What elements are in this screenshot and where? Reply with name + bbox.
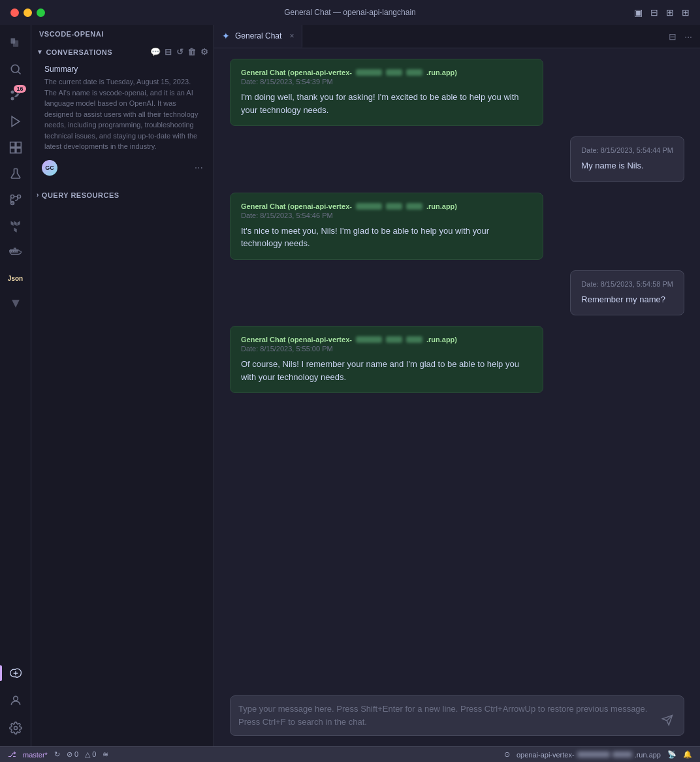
query-resources-section[interactable]: › QUERY RESOURCES: [31, 187, 214, 203]
activity-explorer[interactable]: [4, 31, 27, 55]
chat-input[interactable]: [238, 703, 654, 729]
redacted-8: [386, 336, 402, 343]
input-container: [230, 695, 684, 736]
source-control-badge: 16: [14, 85, 25, 93]
ai-message-3: General Chat (openai-api-vertex- .run.ap…: [230, 326, 543, 393]
chat-area[interactable]: General Chat (openai-api-vertex- .run.ap…: [214, 48, 700, 688]
user-date-1: Date: 8/15/2023, 5:54:44 PM: [581, 146, 673, 154]
status-redacted-1: [577, 752, 610, 757]
user-text-1: My name is Nils.: [581, 159, 673, 172]
input-area: [214, 688, 700, 746]
redacted-1: [356, 69, 382, 76]
window-title: General Chat — openai-api-langchain: [284, 8, 415, 17]
ai-text-3: Of course, Nils! I remember your name an…: [241, 358, 532, 383]
svg-rect-13: [16, 251, 18, 253]
ai-date-3: Date: 8/15/2023, 5:55:00 PM: [241, 345, 532, 353]
status-errors: ⊘ 0: [67, 750, 78, 759]
tab-openai-icon: ✦: [222, 31, 230, 41]
redacted-4: [356, 203, 382, 210]
redacted-5: [386, 203, 402, 210]
add-conversation-icon[interactable]: 💬: [150, 47, 161, 57]
activity-json[interactable]: Json: [4, 266, 27, 290]
close-button[interactable]: [10, 8, 19, 17]
status-redacted-2: [612, 752, 632, 757]
user-message-1: Date: 8/15/2023, 5:54:44 PM My name is N…: [570, 136, 684, 182]
activity-openai[interactable]: [4, 661, 27, 685]
activity-bottom: [4, 660, 27, 741]
tab-label: General Chat: [235, 31, 281, 40]
status-bell-icon[interactable]: 🔔: [683, 750, 692, 759]
tab-bar: ✦ General Chat × ⊟ ···: [214, 25, 700, 48]
status-broadcast-icon[interactable]: 📡: [667, 750, 676, 759]
send-button[interactable]: [659, 712, 676, 729]
svg-rect-5: [10, 142, 15, 148]
activity-docker[interactable]: [4, 240, 27, 264]
app-body: 16 Json: [0, 25, 700, 746]
refresh-icon[interactable]: ↺: [176, 47, 184, 57]
user-message-2: Date: 8/15/2023, 5:54:58 PM Remember my …: [570, 270, 684, 316]
activity-bar: 16 Json: [0, 25, 31, 746]
status-endpoint: openai-api-vertex- .run.app: [517, 751, 661, 759]
activity-settings[interactable]: [4, 716, 27, 740]
svg-line-3: [18, 72, 20, 74]
status-left: ⎇ master* ↻ ⊘ 0 △ 0 ≋: [8, 750, 108, 759]
maximize-button[interactable]: [37, 8, 45, 17]
delete-icon[interactable]: 🗑: [187, 47, 197, 57]
redacted-9: [406, 336, 422, 343]
redacted-6: [406, 203, 422, 210]
conversations-chevron: ▼: [37, 48, 43, 56]
status-bar: ⎇ master* ↻ ⊘ 0 △ 0 ≋ ⊙ openai-api-verte…: [0, 746, 700, 762]
status-right: ⊙ openai-api-vertex- .run.app 📡 🔔: [504, 750, 692, 759]
activity-flask[interactable]: [4, 162, 27, 185]
more-actions-icon[interactable]: ···: [684, 31, 692, 42]
activity-azure[interactable]: [4, 293, 27, 316]
ai-date-1: Date: 8/15/2023, 5:54:39 PM: [241, 78, 532, 86]
summary-title: Summary: [42, 65, 203, 74]
columns-icon[interactable]: ⊞: [666, 7, 674, 18]
svg-rect-6: [16, 142, 21, 148]
main-content: ✦ General Chat × ⊟ ··· General Chat (ope…: [214, 25, 700, 746]
ai-sender-3: General Chat (openai-api-vertex- .run.ap…: [241, 336, 532, 343]
svg-point-14: [13, 696, 18, 701]
split-editor-icon[interactable]: ⊟: [669, 31, 676, 42]
svg-rect-10: [12, 251, 14, 253]
tab-close-button[interactable]: ×: [289, 31, 294, 40]
svg-rect-8: [10, 148, 15, 153]
status-misc-icon: ≋: [103, 750, 108, 759]
sidebar: VSCODE-OPENAI ▼ CONVERSATIONS 💬 ⊟ ↺ 🗑 ⚙ …: [31, 25, 214, 746]
settings-icon[interactable]: ⚙: [200, 47, 209, 57]
svg-rect-7: [16, 148, 21, 153]
activity-run[interactable]: [4, 110, 27, 133]
ai-sender-1: General Chat (openai-api-vertex- .run.ap…: [241, 69, 532, 76]
ai-text-2: It's nice to meet you, Nils! I'm glad to…: [241, 225, 532, 250]
minimize-button[interactable]: [24, 8, 32, 17]
query-resources-chevron: ›: [37, 191, 39, 198]
svg-point-15: [14, 727, 17, 730]
redacted-3: [406, 69, 422, 76]
ai-date-2: Date: 8/15/2023, 5:54:46 PM: [241, 212, 532, 219]
summary-text: The current date is Tuesday, August 15, …: [42, 76, 203, 152]
status-git-icon[interactable]: ⎇: [8, 750, 16, 759]
layout-icon[interactable]: ▣: [634, 7, 643, 18]
grid-icon[interactable]: ⊞: [682, 7, 690, 18]
status-branch-name[interactable]: master*: [23, 751, 48, 759]
activity-account[interactable]: [4, 689, 27, 712]
activity-terraform[interactable]: [4, 214, 27, 238]
activity-source-control[interactable]: 16: [4, 84, 27, 107]
conversation-menu[interactable]: ···: [195, 162, 203, 174]
ai-message-2: General Chat (openai-api-vertex- .run.ap…: [230, 193, 543, 260]
export-icon[interactable]: ⊟: [165, 47, 172, 57]
ai-sender-2: General Chat (openai-api-vertex- .run.ap…: [241, 202, 532, 210]
status-sync-icon[interactable]: ↻: [54, 750, 60, 759]
activity-extensions[interactable]: [4, 136, 27, 159]
conversations-section-header[interactable]: ▼ CONVERSATIONS 💬 ⊟ ↺ 🗑 ⚙: [31, 43, 214, 61]
general-chat-tab[interactable]: ✦ General Chat ×: [214, 25, 302, 48]
activity-git[interactable]: [4, 188, 27, 212]
activity-search[interactable]: [4, 57, 27, 81]
sidebar-extension-name: VSCODE-OPENAI: [31, 25, 214, 43]
svg-rect-11: [14, 251, 16, 253]
redacted-7: [356, 336, 382, 343]
split-icon[interactable]: ⊟: [650, 7, 658, 18]
ai-message-1: General Chat (openai-api-vertex- .run.ap…: [230, 59, 543, 126]
conversation-item[interactable]: Summary The current date is Tuesday, Aug…: [34, 61, 211, 182]
